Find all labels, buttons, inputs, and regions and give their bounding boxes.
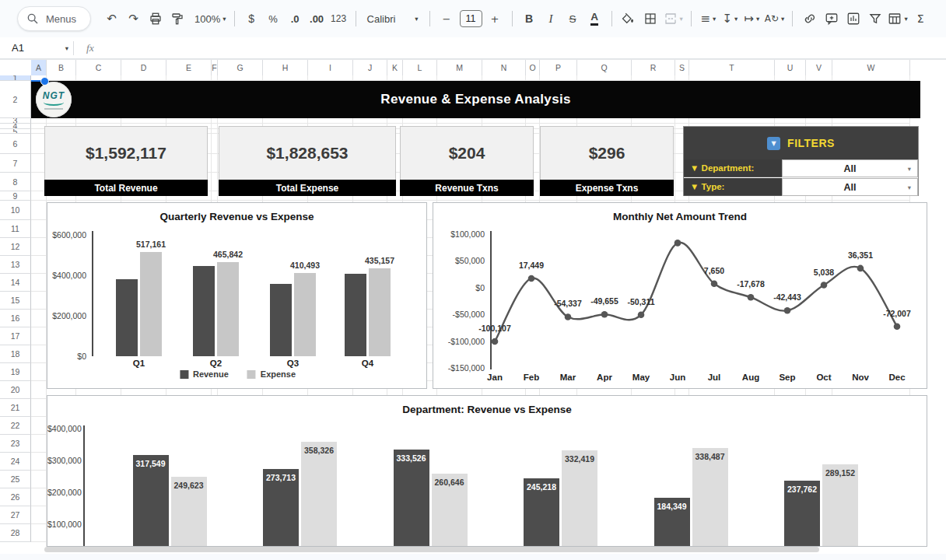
row-header-26[interactable]: 26 <box>0 488 31 506</box>
row-header-6[interactable]: 6 <box>0 134 31 154</box>
zoom-control[interactable]: 100% ▾ <box>193 9 228 30</box>
vertical-align-button[interactable]: ↧▾ <box>720 9 741 30</box>
horizontal-scrollbar[interactable] <box>44 547 819 552</box>
column-header-W[interactable]: W <box>832 60 910 75</box>
column-header-B[interactable]: B <box>47 60 76 75</box>
fill-color-button[interactable] <box>618 9 639 30</box>
increase-font-size-button[interactable]: + <box>485 9 506 30</box>
decrease-font-size-button[interactable]: − <box>436 9 457 30</box>
insert-chart-button[interactable] <box>843 9 864 30</box>
borders-button[interactable] <box>640 9 661 30</box>
column-header-F[interactable]: F <box>212 60 218 75</box>
column-header-V[interactable]: V <box>806 60 832 75</box>
column-header-M[interactable]: M <box>437 60 482 75</box>
sheet-tab-bar <box>0 554 946 560</box>
paint-format-button[interactable] <box>166 9 187 30</box>
column-header-A[interactable]: A <box>31 60 47 75</box>
text-rotation-button[interactable]: A↻▾ <box>763 9 787 30</box>
row-header-24[interactable]: 24 <box>0 453 31 471</box>
row-header-11[interactable]: 11 <box>0 220 31 238</box>
functions-button[interactable]: Σ <box>910 9 931 30</box>
more-formats-button[interactable]: 123 <box>328 9 349 30</box>
chart-panel-monthly-trend[interactable]: Monthly Net Amount Trend $100,000$50,000… <box>433 202 927 389</box>
column-header-O[interactable]: O <box>526 60 540 75</box>
italic-button[interactable]: I <box>541 9 562 30</box>
column-header-J[interactable]: J <box>353 60 387 75</box>
menus-search[interactable]: Menus <box>17 6 91 31</box>
row-header-16[interactable]: 16 <box>0 310 31 327</box>
row-header-18[interactable]: 18 <box>0 345 31 363</box>
row-header-15[interactable]: 15 <box>0 292 31 310</box>
print-button[interactable] <box>145 9 166 30</box>
column-header-N[interactable]: N <box>482 60 526 75</box>
column-header-Q[interactable]: Q <box>577 60 632 75</box>
row-header-9[interactable]: 9 <box>0 191 31 201</box>
filter-label-type: ▼ Type: <box>684 178 782 196</box>
format-currency-button[interactable]: $ <box>241 9 262 30</box>
sigma-icon: Σ <box>917 13 924 24</box>
merge-cells-button[interactable]: ▾ <box>662 9 685 30</box>
dashboard-banner[interactable]: Revenue & Expense Analysis NGT <box>31 81 920 118</box>
column-header-L[interactable]: L <box>403 60 437 75</box>
chart-panel-department[interactable]: Department: Revenue vs Expense $400,000$… <box>47 395 927 547</box>
department-filter-dropdown[interactable]: All ▾ <box>782 159 918 177</box>
search-icon <box>26 12 39 25</box>
row-header-22[interactable]: 22 <box>0 417 31 435</box>
row-header-7[interactable]: 7 <box>0 154 31 173</box>
column-header-P[interactable]: P <box>540 60 577 75</box>
bold-button[interactable]: B <box>519 9 540 30</box>
font-size-input[interactable]: 11 <box>460 10 482 27</box>
row-header-14[interactable]: 14 <box>0 274 31 292</box>
divider <box>356 11 356 26</box>
row-header-20[interactable]: 20 <box>0 381 31 399</box>
text-wrap-button[interactable]: ↦▾ <box>741 9 762 30</box>
formula-input[interactable] <box>102 37 946 58</box>
column-header-H[interactable]: H <box>263 60 308 75</box>
row-header-12[interactable]: 12 <box>0 238 31 256</box>
column-header-U[interactable]: U <box>775 60 806 75</box>
row-header-2[interactable]: 2 <box>0 81 31 118</box>
chart-panel-quarterly[interactable]: Quarterly Revenue vs Expense $600,000$40… <box>47 202 427 389</box>
row-header-1[interactable]: 1 <box>0 75 31 81</box>
insert-link-button[interactable] <box>799 9 820 30</box>
increase-decimal-button[interactable]: .00 <box>307 9 328 30</box>
column-header-T[interactable]: T <box>689 60 775 75</box>
undo-button[interactable]: ↶ <box>101 9 122 30</box>
column-header-I[interactable]: I <box>308 60 353 75</box>
row-header-21[interactable]: 21 <box>0 399 31 417</box>
format-percent-button[interactable]: % <box>263 9 284 30</box>
name-box[interactable]: A1 ▾ <box>0 37 68 58</box>
decrease-decimal-button[interactable]: .0 <box>285 9 306 30</box>
select-all-corner[interactable] <box>0 60 32 75</box>
row-header-27[interactable]: 27 <box>0 506 31 524</box>
strikethrough-button[interactable]: S <box>562 9 583 30</box>
selection-handle[interactable] <box>40 77 49 86</box>
row-header-10[interactable]: 10 <box>0 201 31 220</box>
column-header-K[interactable]: K <box>387 60 403 75</box>
column-header-C[interactable]: C <box>76 60 121 75</box>
column-header-D[interactable]: D <box>121 60 166 75</box>
row-header-23[interactable]: 23 <box>0 435 31 453</box>
type-filter-dropdown[interactable]: All ▾ <box>782 178 918 196</box>
column-header-R[interactable]: R <box>632 60 675 75</box>
row-header-17[interactable]: 17 <box>0 327 31 345</box>
table-views-button[interactable]: ▾ <box>886 9 909 30</box>
row-header-4[interactable]: 4 <box>0 124 31 129</box>
row-header-8[interactable]: 8 <box>0 173 31 191</box>
horizontal-align-button[interactable]: ≡▾ <box>698 9 719 30</box>
row-header-28[interactable]: 28 <box>0 524 31 542</box>
column-header-E[interactable]: E <box>166 60 212 75</box>
create-filter-button[interactable] <box>864 9 885 30</box>
filters-panel: ▼ FILTERS ▼ Department: All ▾ ▼ Type: Al… <box>683 126 919 196</box>
insert-comment-button[interactable] <box>821 9 842 30</box>
font-family-select[interactable]: Calibri ▾ <box>363 9 423 30</box>
row-header-19[interactable]: 19 <box>0 363 31 381</box>
text-color-button[interactable]: A <box>584 9 605 30</box>
row-header-13[interactable]: 13 <box>0 256 31 274</box>
column-header-S[interactable]: S <box>675 60 689 75</box>
chevron-down-icon: ▾ <box>756 15 759 23</box>
column-header-G[interactable]: G <box>218 60 263 75</box>
row-header-3[interactable]: 3 <box>0 118 31 124</box>
row-header-25[interactable]: 25 <box>0 471 31 488</box>
redo-button[interactable]: ↷ <box>123 9 144 30</box>
